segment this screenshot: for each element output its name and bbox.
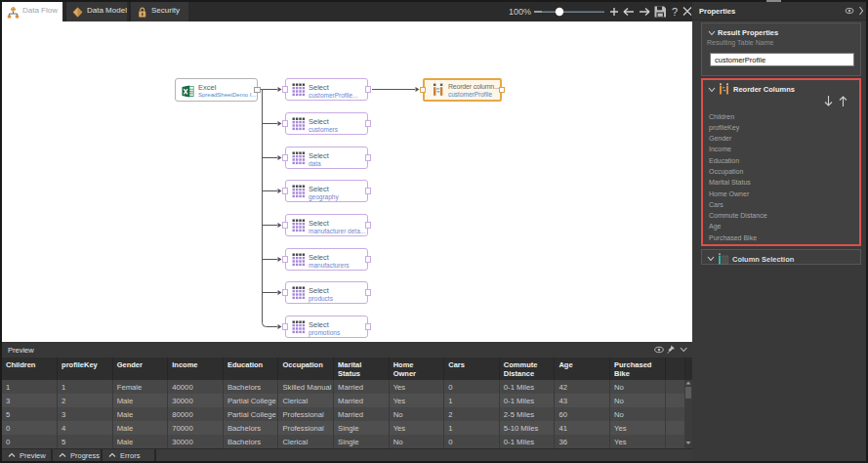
svg-text:100%: 100% [509,7,531,17]
svg-text:?: ? [672,6,678,18]
